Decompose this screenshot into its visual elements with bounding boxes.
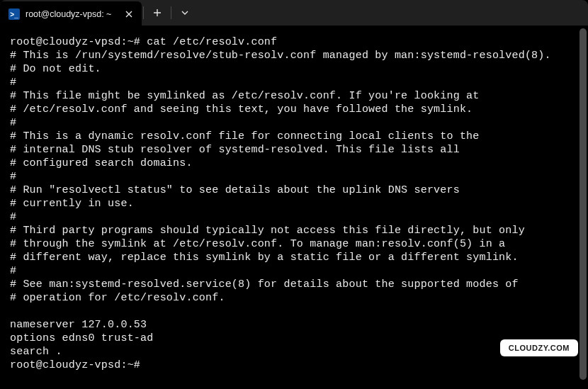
output-line: # [10,117,16,129]
output-line: options edns0 trust-ad [10,332,153,344]
output-line: # [10,77,16,89]
tab-active[interactable]: >_ root@cloudyz-vpsd: ~ [0,1,142,27]
output-line: # [10,171,16,183]
new-tab-button[interactable] [145,0,169,26]
output-line: # currently in use. [10,198,134,210]
powershell-icon: >_ [9,9,20,20]
output-line: # configured search domains. [10,157,193,169]
output-line: # This is a dynamic resolv.conf file for… [10,130,480,142]
output-line: # Third party programs should typically … [10,225,525,237]
prompt: root@cloudyz-vpsd:~# [10,359,140,371]
tab-dropdown-button[interactable] [173,0,197,26]
output-line: # /etc/resolv.conf and seeing this text,… [10,103,473,115]
terminal-window: >_ root@cloudyz-vpsd: ~ root@cloudyz-vps… [0,0,588,389]
output-line: # See man:systemd-resolved.service(8) fo… [10,278,519,291]
output-line: # [10,265,16,277]
tab-title: root@cloudyz-vpsd: ~ [26,9,118,19]
watermark-badge: CLOUDZY.COM [500,339,578,356]
prompt: root@cloudyz-vpsd:~# [10,36,140,48]
terminal-viewport[interactable]: root@cloudyz-vpsd:~# cat /etc/resolv.con… [0,26,588,389]
output-line: # internal DNS stub resolver of systemd-… [10,144,460,156]
output-line: # through the symlink at /etc/resolv.con… [10,238,505,250]
output-line: # Do not edit. [10,63,101,75]
tab-close-button[interactable] [123,9,135,20]
output-line: nameserver 127.0.0.53 [10,319,147,331]
scrollbar-thumb[interactable] [579,28,587,380]
output-line: # [10,211,16,223]
tab-divider [143,6,144,19]
titlebar: >_ root@cloudyz-vpsd: ~ [0,0,588,26]
output-line: # Run "resolvectl status" to see details… [10,184,460,196]
tab-divider [171,6,171,19]
output-line: # This is /run/systemd/resolve/stub-reso… [10,50,551,62]
output-line: # different way, replace this symlink by… [10,252,519,264]
output-line: # operation for /etc/resolv.conf. [10,292,225,304]
command-text: cat /etc/resolv.conf [147,36,277,48]
output-line: search . [10,346,62,358]
output-line: # This file might be symlinked as /etc/r… [10,90,480,102]
